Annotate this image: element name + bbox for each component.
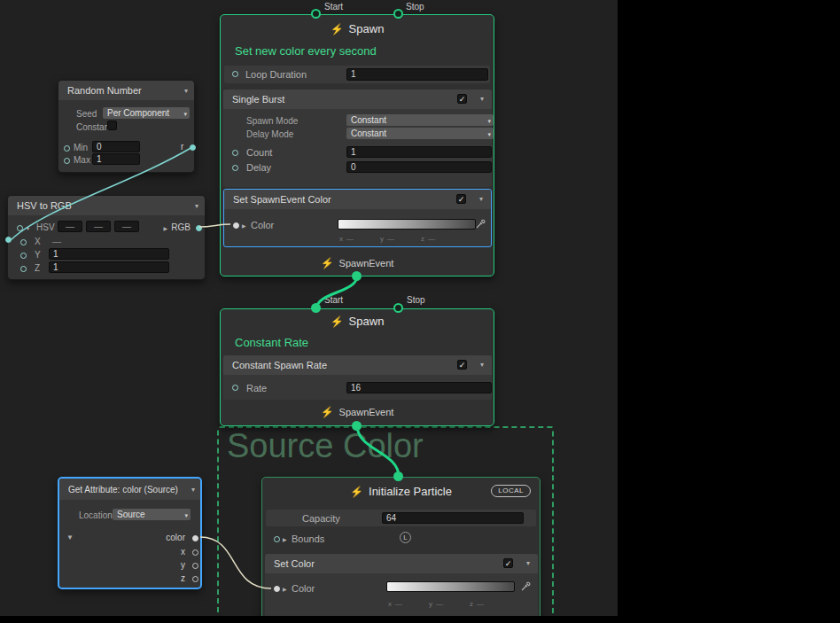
set-color-collapse-icon[interactable]: ▾ bbox=[526, 560, 530, 567]
hsv-y-minifield[interactable]: — bbox=[86, 221, 111, 232]
z-field[interactable]: 1 bbox=[49, 261, 169, 273]
set-color-checkbox[interactable]: ✓ bbox=[503, 558, 513, 568]
hsv-to-rgb-node[interactable]: HSV to RGB ▾ ▾ HSV — — — ▶ RGB X — Y 1 Z… bbox=[7, 195, 206, 280]
rate-port[interactable] bbox=[232, 385, 238, 391]
lightning-icon: ⚡ bbox=[331, 316, 344, 327]
single-burst-collapse-icon[interactable]: ▾ bbox=[480, 96, 484, 103]
constant-spawn-rate-checkbox[interactable]: ✓ bbox=[457, 360, 467, 370]
spawn2-event-port[interactable] bbox=[352, 421, 362, 431]
spawn1-stop-port[interactable] bbox=[393, 9, 403, 19]
location-dropdown[interactable]: Source ▾ bbox=[113, 509, 191, 520]
dropdown-arrow-icon: ▾ bbox=[183, 108, 187, 119]
max-port[interactable] bbox=[64, 158, 70, 164]
delay-mode-value: Constant bbox=[351, 128, 386, 138]
caret-down-icon[interactable]: ▾ bbox=[27, 226, 29, 231]
expand-caret-icon[interactable]: ▼ bbox=[66, 534, 74, 541]
set-spawnevent-color-checkbox[interactable]: ✓ bbox=[456, 194, 466, 204]
z-input-port[interactable] bbox=[20, 266, 27, 272]
color-gradient-field[interactable] bbox=[338, 219, 476, 230]
sub-y-value: — bbox=[387, 235, 394, 243]
min-port[interactable] bbox=[64, 145, 70, 152]
random-number-header[interactable]: Random Number bbox=[58, 81, 194, 100]
seed-dropdown[interactable]: Per Component ▾ bbox=[103, 107, 190, 119]
capacity-label: Capacity bbox=[302, 513, 340, 524]
set-spawnevent-color-header[interactable]: Set SpawnEvent Color bbox=[224, 190, 491, 209]
set-color-block[interactable]: Set Color ✓ ▾ ▶ Color x— y— z— bbox=[265, 554, 538, 616]
lightning-icon: ⚡ bbox=[321, 407, 334, 417]
y-field[interactable]: 1 bbox=[49, 248, 169, 260]
hsv-input-port[interactable] bbox=[17, 225, 23, 231]
constant-spawn-rate-collapse-icon[interactable]: ▾ bbox=[480, 362, 484, 369]
hsv-z-minifield[interactable]: — bbox=[114, 221, 139, 232]
z-output-port[interactable] bbox=[192, 576, 198, 582]
color-output-label: color bbox=[166, 533, 185, 542]
constant-spawn-rate-block[interactable]: Constant Spawn Rate ✓ ▾ Rate 16 bbox=[223, 355, 492, 400]
single-burst-checkbox[interactable]: ✓ bbox=[457, 94, 467, 104]
loop-duration-field[interactable]: 1 bbox=[346, 68, 488, 81]
color-gradient-field[interactable] bbox=[386, 581, 515, 592]
set-color-header[interactable]: Set Color bbox=[265, 554, 538, 573]
x-input-port[interactable] bbox=[20, 239, 27, 245]
group-title[interactable]: Source Color bbox=[227, 427, 424, 465]
node-collapse-icon[interactable]: ▾ bbox=[191, 487, 195, 494]
color-port[interactable] bbox=[233, 222, 239, 229]
sub-z-value: — bbox=[477, 600, 484, 608]
caret-right-icon[interactable]: ▶ bbox=[283, 587, 287, 592]
single-burst-header[interactable]: Single Burst bbox=[223, 90, 492, 109]
min-field[interactable]: 0 bbox=[92, 141, 140, 152]
count-port[interactable] bbox=[232, 150, 238, 156]
rgb-output-port[interactable] bbox=[196, 225, 202, 231]
caret-right-icon[interactable]: ▶ bbox=[242, 223, 246, 229]
spawn-context-1[interactable]: ⚡ Spawn Set new color every second Loop … bbox=[220, 14, 494, 276]
spawn-mode-dropdown[interactable]: Constant ▾ bbox=[346, 114, 494, 126]
capacity-field[interactable]: 64 bbox=[382, 512, 524, 524]
location-label: Location bbox=[79, 510, 113, 520]
constant-checkbox[interactable] bbox=[107, 121, 117, 130]
set-spawnevent-color-block[interactable]: Set SpawnEvent Color ✓ ▾ ▶ Color x— y— z… bbox=[223, 189, 492, 247]
delay-field[interactable]: 0 bbox=[346, 161, 492, 173]
color-output-port[interactable] bbox=[192, 535, 198, 541]
get-attribute-node[interactable]: Get Attribute: color (Source) ▾ Location… bbox=[58, 477, 202, 589]
delay-port[interactable] bbox=[232, 165, 238, 171]
initialize-particle-node[interactable]: ⚡ Initialize Particle LOCAL Capacity 64 … bbox=[261, 477, 541, 616]
spawn-context-2[interactable]: ⚡ Spawn Constant Rate Constant Spawn Rat… bbox=[220, 308, 494, 426]
graph-canvas[interactable]: Source Color ⚡ Spawn Set new color every… bbox=[0, 0, 618, 616]
bounds-local-badge[interactable]: L bbox=[400, 532, 411, 543]
y-output-port[interactable] bbox=[192, 563, 198, 569]
eyedropper-icon[interactable] bbox=[476, 219, 486, 229]
node-collapse-icon[interactable]: ▾ bbox=[184, 88, 188, 95]
single-burst-block[interactable]: Single Burst ✓ ▾ Spawn Mode Constant ▾ D… bbox=[223, 90, 492, 187]
hsv-to-rgb-header[interactable]: HSV to RGB bbox=[8, 196, 205, 215]
color-subfields: x— y— z— bbox=[339, 235, 435, 243]
set-spawnevent-color-collapse-icon[interactable]: ▾ bbox=[479, 196, 483, 203]
count-field[interactable]: 1 bbox=[346, 146, 492, 158]
seed-value: Per Component bbox=[107, 108, 169, 118]
r-output-port[interactable] bbox=[190, 144, 196, 151]
hsv-x-minifield[interactable]: — bbox=[58, 221, 82, 232]
eyedropper-icon[interactable] bbox=[521, 581, 531, 591]
caret-right-icon[interactable]: ▶ bbox=[283, 537, 287, 542]
spawn1-event-port[interactable] bbox=[352, 271, 362, 281]
initialize-input-port[interactable] bbox=[393, 471, 403, 481]
get-attribute-header[interactable]: Get Attribute: color (Source) bbox=[59, 479, 200, 500]
delay-mode-dropdown[interactable]: Constant ▾ bbox=[346, 128, 494, 139]
max-field[interactable]: 1 bbox=[92, 153, 140, 165]
hsv-connected-edge-port[interactable] bbox=[5, 237, 12, 243]
constant-spawn-rate-header[interactable]: Constant Spawn Rate bbox=[223, 355, 492, 375]
sub-x-label: x bbox=[388, 600, 392, 608]
bounds-port[interactable] bbox=[274, 536, 280, 542]
rate-field[interactable]: 16 bbox=[346, 382, 492, 393]
z-label: Z bbox=[35, 263, 40, 273]
spawn2-stop-port[interactable] bbox=[393, 303, 403, 313]
loop-duration-port[interactable] bbox=[232, 71, 238, 77]
spawn2-start-port[interactable] bbox=[311, 303, 321, 313]
rgb-output-label: RGB bbox=[171, 222, 191, 232]
x-output-port[interactable] bbox=[192, 549, 198, 556]
node-collapse-icon[interactable]: ▾ bbox=[195, 203, 198, 210]
color-port[interactable] bbox=[274, 586, 280, 592]
random-number-node[interactable]: Random Number ▾ Seed Per Component ▾ Con… bbox=[58, 80, 195, 173]
spawn1-start-port[interactable] bbox=[311, 9, 321, 19]
y-input-port[interactable] bbox=[20, 253, 27, 259]
z-output-label: z bbox=[181, 573, 185, 583]
sub-z-label: z bbox=[470, 600, 473, 608]
